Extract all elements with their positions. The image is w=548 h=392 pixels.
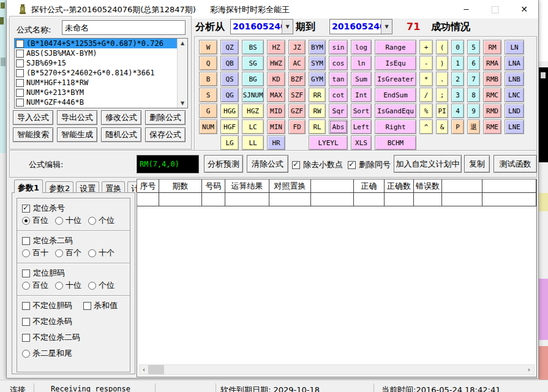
- scroll-up-icon[interactable]: ▲: [178, 39, 187, 48]
- maximize-button[interactable]: □: [481, 0, 509, 18]
- checkbox-不定位杀二码[interactable]: 不定位杀二码: [22, 332, 80, 343]
- keypad-key-B[interactable]: B: [199, 72, 217, 86]
- keypad-key-SJNUM[interactable]: SJNUM: [242, 88, 264, 102]
- keypad-key-HR[interactable]: HR: [267, 135, 285, 150]
- keypad-key-9[interactable]: 9: [467, 104, 480, 118]
- radio-十位[interactable]: 十位: [55, 280, 88, 291]
- keypad-key-XLS[interactable]: XLS: [351, 135, 372, 150]
- formula-action-button[interactable]: 智能搜索: [13, 127, 53, 142]
- formula-action-button[interactable]: 修改公式: [101, 110, 141, 125]
- minimize-button[interactable]: ─: [452, 0, 480, 18]
- keypad-key-退[interactable]: 退: [467, 119, 480, 134]
- formula-editor-field[interactable]: RM(7,4,0): [137, 155, 199, 173]
- analysis-from-combo[interactable]: 20160524005 ▼: [230, 19, 293, 34]
- formula-item-checkbox[interactable]: [16, 50, 24, 58]
- radio-circle[interactable]: [55, 249, 63, 257]
- radio-circle[interactable]: [88, 282, 96, 290]
- radio-circle[interactable]: [55, 217, 63, 225]
- chevron-down-icon[interactable]: ▼: [282, 20, 293, 34]
- keypad-key-QS[interactable]: QS: [220, 72, 239, 86]
- scroll-down-icon[interactable]: ▼: [178, 99, 187, 108]
- keypad-key-QG[interactable]: QG: [220, 88, 239, 102]
- keypad-key-SG[interactable]: SG: [242, 56, 264, 70]
- checkbox-box[interactable]: [22, 302, 30, 310]
- checkbox-不定位胆码[interactable]: 不定位胆码: [22, 300, 72, 311]
- keypad-key-LND[interactable]: LND: [505, 104, 524, 118]
- checkbox-定位杀二码[interactable]: [22, 237, 30, 245]
- keypad-key-AC[interactable]: AC: [288, 56, 306, 70]
- keypad-key-2[interactable]: 2: [451, 72, 464, 86]
- keypad-key-3[interactable]: 3: [451, 88, 464, 102]
- keypad-key-Sort[interactable]: Sort: [351, 104, 372, 118]
- copy-button[interactable]: 复制: [464, 155, 490, 173]
- keypad-key-IsEqu[interactable]: IsEqu: [375, 56, 416, 70]
- tab-参数2[interactable]: 参数2: [45, 181, 73, 193]
- keypad-key-MIN[interactable]: MIN: [267, 119, 285, 134]
- keypad-key-ln[interactable]: ln: [351, 56, 372, 70]
- formula-item-checkbox[interactable]: [16, 99, 24, 107]
- horizontal-scrollbar[interactable]: ‹ ›: [139, 364, 535, 375]
- keypad-key-([interactable]: (: [436, 40, 448, 55]
- formula-item-checkbox[interactable]: [16, 89, 24, 97]
- formula-action-button[interactable]: 智能生成: [57, 127, 97, 142]
- keypad-key-HWZ[interactable]: HWZ: [267, 56, 285, 70]
- keypad-key-GZF[interactable]: GZF: [288, 104, 306, 118]
- radio-circle[interactable]: [22, 217, 30, 225]
- formula-list-item[interactable]: NUM*G+213*BYM: [15, 88, 177, 97]
- keypad-key-.[interactable]: .: [436, 72, 448, 86]
- keypad-key-%[interactable]: %: [419, 104, 433, 118]
- formula-item-checkbox[interactable]: [16, 69, 24, 77]
- remove-duplicate-option[interactable]: 删除同号: [348, 159, 391, 170]
- formula-action-button[interactable]: 删除公式: [145, 110, 186, 125]
- radio-百十[interactable]: 百十: [22, 247, 55, 258]
- keypad-key-log[interactable]: log: [351, 40, 372, 55]
- keypad-key-KD[interactable]: KD: [267, 72, 285, 86]
- remove-duplicate-checkbox[interactable]: [348, 161, 356, 169]
- keypad-key-4[interactable]: 4: [451, 104, 464, 118]
- keypad-key-&[interactable]: &: [436, 119, 448, 134]
- keypad-key-RR[interactable]: RR: [309, 88, 326, 102]
- keypad-key-Int[interactable]: Int: [351, 88, 372, 102]
- keypad-key-EndSum[interactable]: EndSum: [375, 88, 416, 102]
- tab-置换[interactable]: 置换: [102, 181, 125, 193]
- keypad-key-HZ[interactable]: HZ: [267, 40, 285, 55]
- analysis-to-combo[interactable]: 20160524076 ▼: [329, 19, 392, 34]
- radio-百位[interactable]: 百位: [22, 280, 55, 291]
- keypad-key-FD[interactable]: FD: [288, 119, 306, 134]
- keypad-key-^[interactable]: ^: [419, 119, 433, 134]
- scroll-right-icon[interactable]: ›: [525, 365, 533, 374]
- tab-参数1[interactable]: 参数1: [14, 179, 43, 193]
- keypad-key-BS[interactable]: BS: [242, 40, 264, 55]
- keypad-key-JZ[interactable]: JZ: [288, 40, 306, 55]
- radio-circle[interactable]: [22, 282, 30, 290]
- formula-list-item[interactable]: (B*5270+S*24602+G*0.814)*3661: [15, 68, 177, 78]
- keypad-key-HGG[interactable]: HGG: [220, 104, 239, 118]
- checkbox-box[interactable]: [83, 302, 91, 310]
- formula-listbox[interactable]: (B*10474+S*12535+G*0.687)*0.726ABS(SJB%M…: [14, 38, 188, 108]
- checkbox-定位杀号[interactable]: [22, 205, 30, 213]
- formula-name-input[interactable]: 未命名: [62, 20, 186, 35]
- keypad-key-BZF[interactable]: BZF: [288, 72, 306, 86]
- keypad-key-LNB[interactable]: LNB: [505, 72, 524, 86]
- keypad-key-tan[interactable]: tan: [329, 72, 348, 86]
- radio-十位[interactable]: 十位: [55, 215, 88, 226]
- param-check-row[interactable]: 定位杀号: [22, 202, 125, 214]
- keypad-key-cot[interactable]: cot: [329, 88, 348, 102]
- keypad-key-Left[interactable]: Left: [351, 119, 372, 134]
- keypad-key-PI[interactable]: PI: [436, 104, 448, 118]
- keypad-key-Sum[interactable]: Sum: [351, 72, 372, 86]
- radio-个位[interactable]: 个位: [88, 280, 121, 291]
- keypad-key-IsGreater[interactable]: IsGreater: [375, 72, 416, 86]
- checkbox-不定位杀码[interactable]: 不定位杀码: [22, 316, 72, 327]
- keypad-key-W[interactable]: W: [199, 40, 217, 55]
- keypad-key-LNA[interactable]: LNA: [505, 56, 524, 70]
- keypad-key-Range[interactable]: Range: [375, 40, 416, 55]
- formula-action-button[interactable]: 导入公式: [13, 110, 53, 125]
- param-check-row[interactable]: 定位杀二码: [22, 235, 125, 247]
- keypad-key-S[interactable]: S: [199, 88, 217, 102]
- radio-circle[interactable]: [55, 282, 63, 290]
- analyze-predict-button[interactable]: 分析预测: [204, 155, 243, 173]
- keypad-key-cos[interactable]: cos: [329, 56, 348, 70]
- keypad-key-RME[interactable]: RME: [483, 119, 501, 134]
- keypad-key--[interactable]: -: [419, 56, 433, 70]
